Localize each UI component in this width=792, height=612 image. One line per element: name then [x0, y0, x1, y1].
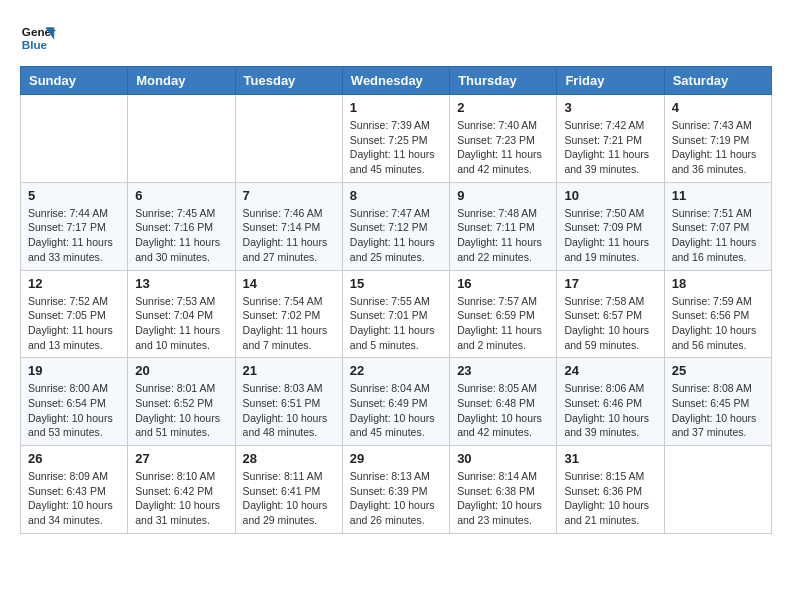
day-info: Sunrise: 7:50 AM Sunset: 7:09 PM Dayligh… [564, 206, 656, 265]
calendar-cell: 10Sunrise: 7:50 AM Sunset: 7:09 PM Dayli… [557, 182, 664, 270]
day-number: 20 [135, 363, 227, 378]
day-info: Sunrise: 7:46 AM Sunset: 7:14 PM Dayligh… [243, 206, 335, 265]
day-number: 6 [135, 188, 227, 203]
day-info: Sunrise: 7:43 AM Sunset: 7:19 PM Dayligh… [672, 118, 764, 177]
day-number: 4 [672, 100, 764, 115]
day-number: 31 [564, 451, 656, 466]
day-info: Sunrise: 7:58 AM Sunset: 6:57 PM Dayligh… [564, 294, 656, 353]
day-info: Sunrise: 7:59 AM Sunset: 6:56 PM Dayligh… [672, 294, 764, 353]
day-number: 13 [135, 276, 227, 291]
day-info: Sunrise: 8:04 AM Sunset: 6:49 PM Dayligh… [350, 381, 442, 440]
day-number: 10 [564, 188, 656, 203]
calendar-cell: 12Sunrise: 7:52 AM Sunset: 7:05 PM Dayli… [21, 270, 128, 358]
calendar-cell: 19Sunrise: 8:00 AM Sunset: 6:54 PM Dayli… [21, 358, 128, 446]
day-info: Sunrise: 7:44 AM Sunset: 7:17 PM Dayligh… [28, 206, 120, 265]
calendar-cell: 2Sunrise: 7:40 AM Sunset: 7:23 PM Daylig… [450, 95, 557, 183]
day-number: 16 [457, 276, 549, 291]
day-number: 24 [564, 363, 656, 378]
day-number: 1 [350, 100, 442, 115]
day-number: 22 [350, 363, 442, 378]
day-number: 7 [243, 188, 335, 203]
day-number: 19 [28, 363, 120, 378]
day-info: Sunrise: 7:53 AM Sunset: 7:04 PM Dayligh… [135, 294, 227, 353]
day-number: 17 [564, 276, 656, 291]
day-info: Sunrise: 8:08 AM Sunset: 6:45 PM Dayligh… [672, 381, 764, 440]
calendar-cell: 5Sunrise: 7:44 AM Sunset: 7:17 PM Daylig… [21, 182, 128, 270]
day-info: Sunrise: 8:13 AM Sunset: 6:39 PM Dayligh… [350, 469, 442, 528]
day-info: Sunrise: 7:39 AM Sunset: 7:25 PM Dayligh… [350, 118, 442, 177]
day-info: Sunrise: 8:01 AM Sunset: 6:52 PM Dayligh… [135, 381, 227, 440]
calendar-table: SundayMondayTuesdayWednesdayThursdayFrid… [20, 66, 772, 534]
day-info: Sunrise: 8:11 AM Sunset: 6:41 PM Dayligh… [243, 469, 335, 528]
day-number: 9 [457, 188, 549, 203]
calendar-cell [21, 95, 128, 183]
weekday-header-row: SundayMondayTuesdayWednesdayThursdayFrid… [21, 67, 772, 95]
logo-icon: General Blue [20, 20, 56, 56]
day-info: Sunrise: 7:48 AM Sunset: 7:11 PM Dayligh… [457, 206, 549, 265]
calendar-cell: 29Sunrise: 8:13 AM Sunset: 6:39 PM Dayli… [342, 446, 449, 534]
logo: General Blue [20, 20, 56, 56]
page-header: General Blue [20, 20, 772, 56]
calendar-cell: 1Sunrise: 7:39 AM Sunset: 7:25 PM Daylig… [342, 95, 449, 183]
calendar-cell: 28Sunrise: 8:11 AM Sunset: 6:41 PM Dayli… [235, 446, 342, 534]
day-number: 29 [350, 451, 442, 466]
calendar-cell: 3Sunrise: 7:42 AM Sunset: 7:21 PM Daylig… [557, 95, 664, 183]
calendar-cell: 14Sunrise: 7:54 AM Sunset: 7:02 PM Dayli… [235, 270, 342, 358]
day-info: Sunrise: 8:10 AM Sunset: 6:42 PM Dayligh… [135, 469, 227, 528]
week-row-3: 19Sunrise: 8:00 AM Sunset: 6:54 PM Dayli… [21, 358, 772, 446]
calendar-cell: 15Sunrise: 7:55 AM Sunset: 7:01 PM Dayli… [342, 270, 449, 358]
day-number: 30 [457, 451, 549, 466]
calendar-cell: 17Sunrise: 7:58 AM Sunset: 6:57 PM Dayli… [557, 270, 664, 358]
day-info: Sunrise: 7:42 AM Sunset: 7:21 PM Dayligh… [564, 118, 656, 177]
day-info: Sunrise: 8:00 AM Sunset: 6:54 PM Dayligh… [28, 381, 120, 440]
day-number: 18 [672, 276, 764, 291]
calendar-cell: 18Sunrise: 7:59 AM Sunset: 6:56 PM Dayli… [664, 270, 771, 358]
day-info: Sunrise: 7:47 AM Sunset: 7:12 PM Dayligh… [350, 206, 442, 265]
calendar-cell: 6Sunrise: 7:45 AM Sunset: 7:16 PM Daylig… [128, 182, 235, 270]
day-info: Sunrise: 8:03 AM Sunset: 6:51 PM Dayligh… [243, 381, 335, 440]
day-info: Sunrise: 8:14 AM Sunset: 6:38 PM Dayligh… [457, 469, 549, 528]
day-number: 26 [28, 451, 120, 466]
day-info: Sunrise: 7:52 AM Sunset: 7:05 PM Dayligh… [28, 294, 120, 353]
day-number: 27 [135, 451, 227, 466]
calendar-cell: 13Sunrise: 7:53 AM Sunset: 7:04 PM Dayli… [128, 270, 235, 358]
calendar-cell: 31Sunrise: 8:15 AM Sunset: 6:36 PM Dayli… [557, 446, 664, 534]
day-number: 2 [457, 100, 549, 115]
day-info: Sunrise: 8:09 AM Sunset: 6:43 PM Dayligh… [28, 469, 120, 528]
day-number: 12 [28, 276, 120, 291]
day-number: 14 [243, 276, 335, 291]
day-info: Sunrise: 7:40 AM Sunset: 7:23 PM Dayligh… [457, 118, 549, 177]
calendar-cell: 8Sunrise: 7:47 AM Sunset: 7:12 PM Daylig… [342, 182, 449, 270]
calendar-cell: 23Sunrise: 8:05 AM Sunset: 6:48 PM Dayli… [450, 358, 557, 446]
day-number: 21 [243, 363, 335, 378]
calendar-cell [128, 95, 235, 183]
day-number: 5 [28, 188, 120, 203]
week-row-0: 1Sunrise: 7:39 AM Sunset: 7:25 PM Daylig… [21, 95, 772, 183]
day-number: 25 [672, 363, 764, 378]
day-number: 23 [457, 363, 549, 378]
calendar-cell: 7Sunrise: 7:46 AM Sunset: 7:14 PM Daylig… [235, 182, 342, 270]
week-row-2: 12Sunrise: 7:52 AM Sunset: 7:05 PM Dayli… [21, 270, 772, 358]
weekday-header-friday: Friday [557, 67, 664, 95]
day-info: Sunrise: 7:55 AM Sunset: 7:01 PM Dayligh… [350, 294, 442, 353]
day-info: Sunrise: 7:45 AM Sunset: 7:16 PM Dayligh… [135, 206, 227, 265]
day-info: Sunrise: 8:15 AM Sunset: 6:36 PM Dayligh… [564, 469, 656, 528]
weekday-header-thursday: Thursday [450, 67, 557, 95]
calendar-cell: 21Sunrise: 8:03 AM Sunset: 6:51 PM Dayli… [235, 358, 342, 446]
day-info: Sunrise: 8:06 AM Sunset: 6:46 PM Dayligh… [564, 381, 656, 440]
calendar-cell: 20Sunrise: 8:01 AM Sunset: 6:52 PM Dayli… [128, 358, 235, 446]
weekday-header-saturday: Saturday [664, 67, 771, 95]
svg-text:Blue: Blue [22, 38, 48, 51]
calendar-cell: 9Sunrise: 7:48 AM Sunset: 7:11 PM Daylig… [450, 182, 557, 270]
calendar-cell [664, 446, 771, 534]
weekday-header-sunday: Sunday [21, 67, 128, 95]
day-number: 28 [243, 451, 335, 466]
day-info: Sunrise: 7:51 AM Sunset: 7:07 PM Dayligh… [672, 206, 764, 265]
day-number: 11 [672, 188, 764, 203]
calendar-cell: 22Sunrise: 8:04 AM Sunset: 6:49 PM Dayli… [342, 358, 449, 446]
calendar-cell: 4Sunrise: 7:43 AM Sunset: 7:19 PM Daylig… [664, 95, 771, 183]
calendar-cell: 24Sunrise: 8:06 AM Sunset: 6:46 PM Dayli… [557, 358, 664, 446]
calendar-cell: 25Sunrise: 8:08 AM Sunset: 6:45 PM Dayli… [664, 358, 771, 446]
day-number: 8 [350, 188, 442, 203]
weekday-header-monday: Monday [128, 67, 235, 95]
